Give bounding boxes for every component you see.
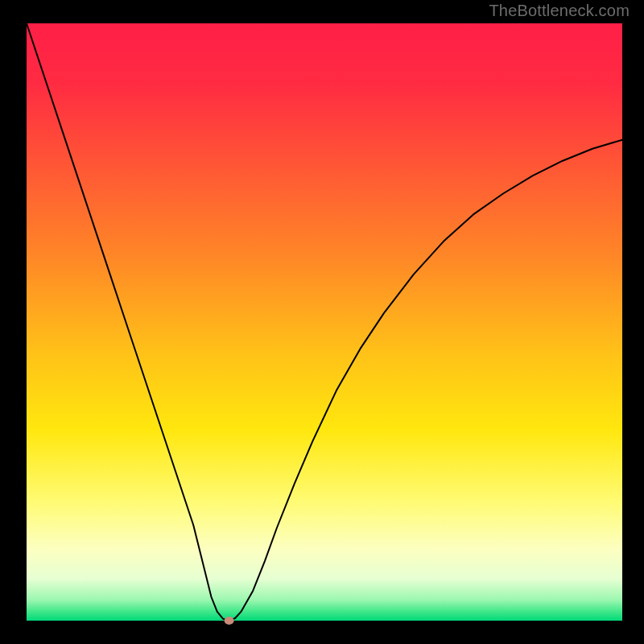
- optimal-point-marker: [225, 617, 234, 625]
- chart-frame: TheBottleneck.com: [0, 0, 644, 644]
- plot-background: [27, 23, 622, 621]
- bottleneck-chart: [0, 0, 644, 644]
